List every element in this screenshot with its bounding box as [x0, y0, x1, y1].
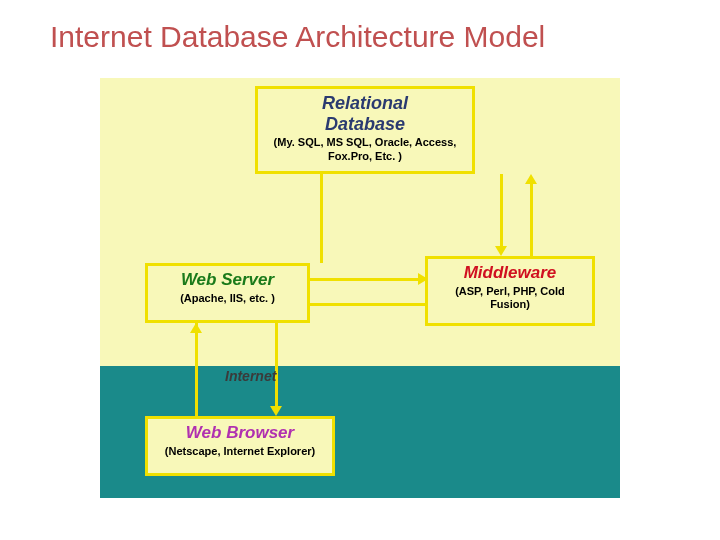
- wb-to-ws-arrow-up-icon: [190, 323, 202, 333]
- ws-wb-connector-right: [275, 323, 278, 406]
- mw-to-db-arrow-up-icon: [525, 174, 537, 184]
- internet-label: Internet: [225, 368, 276, 384]
- middleware-title: Middleware: [434, 263, 586, 283]
- page-title: Internet Database Architecture Model: [50, 20, 545, 54]
- middleware-node: Middleware (ASP, Perl, PHP, Cold Fusion): [425, 256, 595, 326]
- relational-database-subtitle: (My. SQL, MS SQL, Oracle, Access, Fox.Pr…: [264, 136, 466, 162]
- middleware-subtitle: (ASP, Perl, PHP, Cold Fusion): [434, 285, 586, 311]
- web-server-title: Web Server: [154, 270, 301, 290]
- relational-database-title: Relational Database: [264, 93, 466, 134]
- db-to-mw-arrow-down-icon: [495, 246, 507, 256]
- web-browser-title: Web Browser: [154, 423, 326, 443]
- db-title-line1: Relational: [322, 93, 408, 113]
- diagram-container: Relational Database (My. SQL, MS SQL, Or…: [100, 78, 620, 498]
- ws-wb-connector-left: [195, 323, 198, 416]
- db-ws-connector-vert: [320, 174, 323, 263]
- web-browser-node: Web Browser (Netscape, Internet Explorer…: [145, 416, 335, 476]
- db-to-mw-connector-down: [500, 174, 503, 246]
- db-title-line2: Database: [325, 114, 405, 134]
- ws-to-wb-arrow-down-icon: [270, 406, 282, 416]
- web-server-node: Web Server (Apache, IIS, etc. ): [145, 263, 310, 323]
- ws-mw-connector-top: [310, 278, 425, 281]
- ws-to-mw-arrow-right-icon: [418, 273, 428, 285]
- web-server-subtitle: (Apache, IIS, etc. ): [154, 292, 301, 305]
- web-browser-subtitle: (Netscape, Internet Explorer): [154, 445, 326, 458]
- mw-to-db-connector-up: [530, 184, 533, 256]
- relational-database-node: Relational Database (My. SQL, MS SQL, Or…: [255, 86, 475, 174]
- ws-mw-connector-bot: [310, 303, 425, 306]
